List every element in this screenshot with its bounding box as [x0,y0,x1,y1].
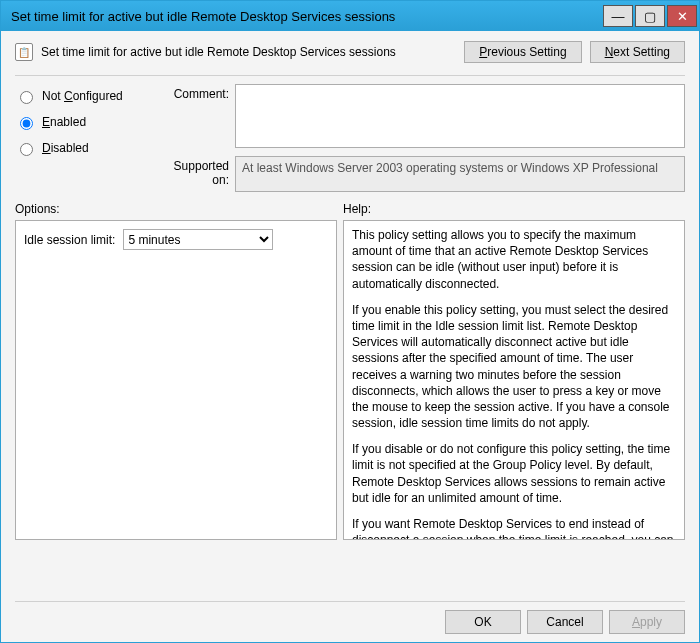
window-title: Set time limit for active but idle Remot… [11,9,395,24]
comment-label: Comment: [155,84,235,101]
help-text: This policy setting allows you to specif… [352,227,676,292]
dialog-window: Set time limit for active but idle Remot… [0,0,700,643]
help-panel[interactable]: This policy setting allows you to specif… [343,220,685,540]
help-text: If you enable this policy setting, you m… [352,302,676,432]
divider [15,75,685,76]
comment-input[interactable] [235,84,685,148]
idle-session-limit-select[interactable]: Never1 minute5 minutes10 minutes15 minut… [123,229,273,250]
label-disabled[interactable]: Disabled [42,141,89,155]
help-text: If you want Remote Desktop Services to e… [352,516,676,540]
minimize-button[interactable]: — [603,5,633,27]
ok-button[interactable]: OK [445,610,521,634]
previous-setting-button[interactable]: Previous Setting [464,41,581,63]
apply-button[interactable]: Apply [609,610,685,634]
supported-text: At least Windows Server 2003 operating s… [235,156,685,192]
policy-subtitle: Set time limit for active but idle Remot… [41,45,456,59]
titlebar: Set time limit for active but idle Remot… [1,1,699,31]
maximize-button[interactable]: ▢ [635,5,665,27]
idle-session-limit-label: Idle session limit: [24,233,115,247]
radio-disabled[interactable] [20,143,33,156]
options-label: Options: [15,202,343,216]
next-setting-button[interactable]: Next Setting [590,41,685,63]
policy-icon: 📋 [15,43,33,61]
help-text: If you disable or do not configure this … [352,441,676,506]
help-label: Help: [343,202,371,216]
cancel-button[interactable]: Cancel [527,610,603,634]
radio-not-configured[interactable] [20,91,33,104]
label-enabled[interactable]: Enabled [42,115,86,129]
close-button[interactable]: ✕ [667,5,697,27]
supported-label: Supported on: [155,156,235,187]
options-panel: Idle session limit: Never1 minute5 minut… [15,220,337,540]
radio-enabled[interactable] [20,117,33,130]
label-not-configured[interactable]: Not Configured [42,89,123,103]
